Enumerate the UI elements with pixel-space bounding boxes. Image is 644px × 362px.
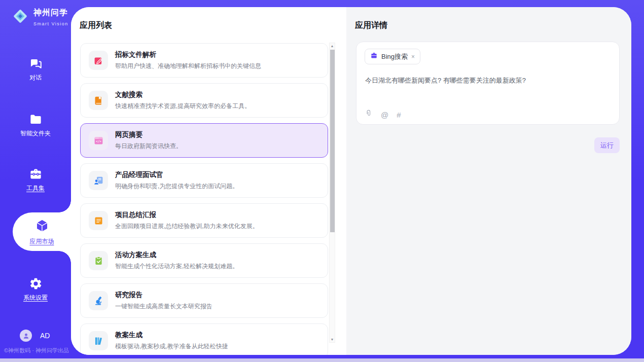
app-detail-title: 应用详情	[355, 20, 387, 31]
app-description: 每日政府新闻资讯快查。	[115, 142, 182, 151]
app-card-pm-interviewer[interactable]: 产品经理面试官 明确身份和职责,为您提供专业性的面试问题。	[80, 163, 328, 198]
user-account[interactable]: AD	[20, 330, 50, 342]
tag-close-icon[interactable]: ×	[411, 53, 415, 60]
app-name: 文献搜索	[115, 90, 251, 99]
browser-code-icon: </>	[89, 131, 108, 150]
user-name: AD	[40, 332, 50, 340]
app-name: 研究报告	[115, 291, 212, 300]
avatar	[20, 330, 32, 342]
prompt-text[interactable]: 今日湖北有哪些新闻要点? 有哪些需要关注的最新政策?	[365, 76, 609, 86]
app-window: 神州问学 Smart Vision 对话 智能文件夹	[0, 0, 644, 362]
clipboard-check-icon	[89, 251, 108, 270]
app-card-literature-search[interactable]: 文献搜索 快速精准查找学术资源,提高研究效率的必备工具。	[80, 83, 328, 118]
app-list-title: 应用列表	[80, 20, 112, 31]
main-container: 应用列表 招标文件解析 帮助用户快速、准确地理解和解析招标书中的关键信息	[71, 7, 631, 355]
app-description: 快速精准查找学术资源,提高研究效率的必备工具。	[115, 102, 251, 111]
chat-icon	[0, 57, 71, 70]
list-scrollbar[interactable]: ▲ ▼	[329, 43, 335, 343]
app-description: 全面回顾项目进展,总结经验教训,助力未来优化发展。	[115, 222, 259, 231]
sidebar-item-label: 智能文件夹	[0, 129, 71, 138]
microscope-icon	[89, 291, 108, 310]
gear-icon	[0, 277, 71, 291]
sidebar: 神州问学 Smart Vision 对话 智能文件夹	[0, 0, 71, 362]
app-card-lesson-plan[interactable]: 教案生成 模板驱动,教案秒成,教学准备从此轻松快捷	[80, 323, 328, 355]
sidebar-item-label: 对话	[0, 74, 71, 82]
folder-icon	[0, 113, 71, 126]
app-card-project-summary[interactable]: 项目总结汇报 全面回顾项目进展,总结经验教训,助力未来优化发展。	[80, 203, 328, 238]
app-card-web-summary[interactable]: </> 网页摘要 每日政府新闻资讯快查。	[80, 123, 328, 158]
tab-notch-top	[59, 200, 71, 212]
briefcase-icon	[370, 52, 378, 61]
attach-toolbar: @ #	[365, 109, 401, 120]
app-cards: 招标文件解析 帮助用户快速、准确地理解和解析招标书中的关键信息 文献搜索	[80, 43, 328, 355]
scrollbar-thumb[interactable]	[330, 50, 335, 232]
sidebar-item-label: 工具集	[0, 184, 71, 193]
app-name: 招标文件解析	[115, 50, 261, 59]
svg-text:</>: </>	[95, 139, 101, 143]
app-name: 网页摘要	[115, 130, 182, 139]
paperclip-icon[interactable]	[365, 109, 373, 120]
sidebar-item-label: 系统设置	[0, 294, 71, 302]
app-name: 项目总结汇报	[115, 210, 259, 220]
app-description: 帮助用户快速、准确地理解和解析招标书中的关键信息	[115, 62, 261, 70]
logo: 神州问学 Smart Vision	[11, 7, 71, 27]
sidebar-item-chat[interactable]: 对话	[0, 57, 71, 82]
app-detail-panel: 应用详情 Bing搜索 × 今日湖北有哪些新闻要点? 有哪些需要关注的最新政策?	[346, 7, 631, 355]
sidebar-item-label: 应用市场	[30, 237, 54, 246]
app-description: 明确身份和职责,为您提供专业性的面试问题。	[115, 182, 238, 191]
tool-tag-bing-search[interactable]: Bing搜索 ×	[365, 49, 420, 64]
hash-icon[interactable]: #	[397, 111, 401, 119]
app-description: 一键智能生成高质量长文本研究报告	[115, 302, 212, 311]
sidebar-item-smart-folders[interactable]: 智能文件夹	[0, 113, 71, 138]
app-name: 活动方案生成	[115, 250, 238, 260]
copyright-text: ©神州数码 · 神州问学出品	[4, 347, 69, 354]
book-icon	[89, 91, 108, 110]
app-card-bid-analysis[interactable]: 招标文件解析 帮助用户快速、准确地理解和解析招标书中的关键信息	[80, 43, 328, 78]
prompt-card: Bing搜索 × 今日湖北有哪些新闻要点? 有哪些需要关注的最新政策? @ #	[356, 42, 620, 125]
app-name: 教案生成	[115, 331, 228, 340]
sidebar-item-toolset[interactable]: 工具集	[0, 167, 71, 193]
edit-document-icon	[89, 51, 108, 70]
cube-icon	[34, 218, 50, 235]
app-description: 模板驱动,教案秒成,教学准备从此轻松快捷	[115, 342, 228, 351]
app-description: 智能生成个性化活动方案,轻松解决规划难题。	[115, 262, 238, 271]
app-list-panel: 应用列表 招标文件解析 帮助用户快速、准确地理解和解析招标书中的关键信息	[71, 7, 346, 355]
app-name: 产品经理面试官	[115, 170, 238, 179]
at-icon[interactable]: @	[381, 111, 388, 119]
tool-tag-label: Bing搜索	[381, 52, 408, 61]
logo-title: 神州问学	[33, 8, 68, 17]
sidebar-item-app-market[interactable]: 应用市场	[13, 212, 71, 251]
tab-notch-bottom	[59, 251, 71, 263]
note-icon	[89, 211, 108, 230]
sidebar-item-settings[interactable]: 系统设置	[0, 277, 71, 302]
logo-diamond-icon	[11, 7, 29, 27]
books-icon	[89, 331, 108, 350]
run-button[interactable]: 运行	[594, 137, 620, 153]
scroll-up-icon[interactable]: ▲	[330, 44, 335, 48]
app-card-event-plan[interactable]: 活动方案生成 智能生成个性化活动方案,轻松解决规划难题。	[80, 243, 328, 278]
bottom-strip	[0, 358, 644, 362]
toolbox-icon	[0, 167, 71, 181]
app-card-research-report[interactable]: 研究报告 一键智能生成高质量长文本研究报告	[80, 283, 328, 318]
logo-subtitle: Smart Vision	[33, 21, 68, 26]
interviewer-icon	[89, 171, 108, 190]
scroll-down-icon[interactable]: ▼	[330, 338, 335, 341]
